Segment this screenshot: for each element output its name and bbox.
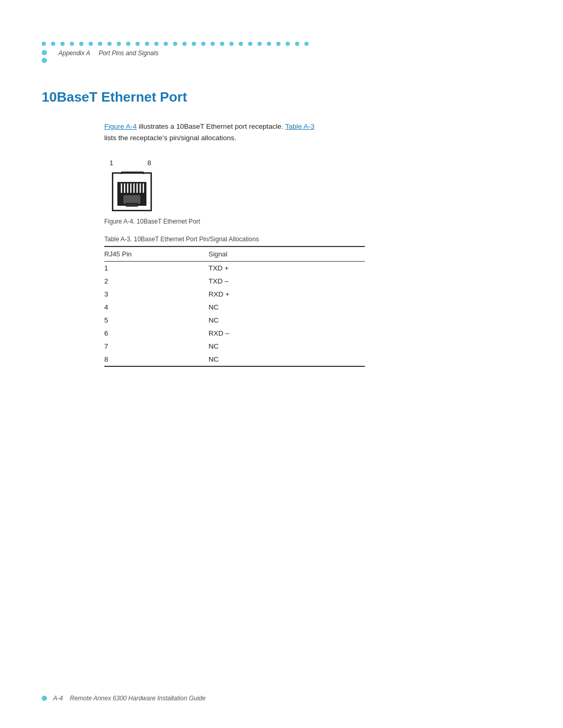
- table-row: 6 RXD –: [104, 327, 365, 340]
- pin-signal: NC: [209, 340, 365, 353]
- dot-23: [248, 42, 252, 46]
- pin-number: 7: [104, 340, 209, 353]
- breadcrumb-dot-top: [42, 50, 47, 55]
- dot-5: [79, 42, 83, 46]
- dot-3: [60, 42, 65, 46]
- dot-17: [192, 42, 196, 46]
- dot-16: [182, 42, 187, 46]
- dot-21: [229, 42, 234, 46]
- pin-signal: TXD –: [209, 275, 365, 288]
- dot-13: [154, 42, 158, 46]
- table-header: RJ45 Pin Signal: [104, 246, 365, 262]
- table-row: 4 NC: [104, 301, 365, 314]
- dot-14: [164, 42, 168, 46]
- svg-rect-10: [123, 195, 141, 204]
- port-number-labels: 1 8: [109, 159, 151, 167]
- breadcrumb: Appendix A Port Pins and Signals: [58, 50, 158, 57]
- table-body: 1 TXD + 2 TXD – 3 RXD + 4 NC: [104, 262, 365, 367]
- pin-number: 5: [104, 314, 209, 327]
- breadcrumb-dot-bottom: [42, 58, 47, 63]
- table-row: 2 TXD –: [104, 275, 365, 288]
- table-row: 7 NC: [104, 340, 365, 353]
- footer-text: A-4 Remote Annex 6300 Hardware Installat…: [53, 695, 205, 702]
- dot-1: [42, 42, 46, 46]
- dot-20: [220, 42, 224, 46]
- dot-10: [126, 42, 130, 46]
- rj45-port-diagram: [108, 168, 161, 215]
- dot-18: [201, 42, 205, 46]
- dot-9: [117, 42, 121, 46]
- dot-22: [239, 42, 243, 46]
- table-container: Table A-3. 10BaseT Ethernet Port Pin/Sig…: [104, 236, 521, 367]
- footer-dot: [42, 696, 47, 701]
- pin-number: 8: [104, 353, 209, 366]
- figure-caption: Figure A-4. 10BaseT Ethernet Port: [104, 218, 521, 225]
- dot-2: [51, 42, 55, 46]
- dot-19: [211, 42, 215, 46]
- top-dots-section: Appendix A Port Pins and Signals: [0, 0, 563, 63]
- pin-signal-table: RJ45 Pin Signal 1 TXD + 2 TXD – 3: [104, 246, 365, 367]
- pin-signal: NC: [209, 301, 365, 314]
- pin-number: 3: [104, 288, 209, 301]
- pin-number: 2: [104, 275, 209, 288]
- pin-number: 4: [104, 301, 209, 314]
- figure-area: 1 8: [104, 159, 521, 225]
- col-header-pin: RJ45 Pin: [104, 246, 209, 262]
- table-row: 8 NC: [104, 353, 365, 366]
- dot-7: [98, 42, 102, 46]
- port-label-8: 8: [148, 159, 151, 167]
- dot-26: [276, 42, 280, 46]
- svg-rect-11: [126, 203, 138, 206]
- dot-25: [267, 42, 271, 46]
- pin-number: 1: [104, 262, 209, 275]
- table-row: 5 NC: [104, 314, 365, 327]
- body-paragraph: Figure A-4 illustrates a 10BaseT Etherne…: [104, 121, 521, 143]
- dot-8: [107, 42, 112, 46]
- dot-28: [295, 42, 299, 46]
- page-container: Appendix A Port Pins and Signals 10BaseT…: [0, 0, 563, 728]
- port-label-1: 1: [109, 159, 113, 167]
- figure-link[interactable]: Figure A-4: [104, 122, 137, 130]
- section-title: 10BaseT Ethernet Port: [42, 89, 521, 105]
- col-header-signal: Signal: [209, 246, 365, 262]
- dot-15: [173, 42, 177, 46]
- table-caption: Table A-3. 10BaseT Ethernet Port Pin/Sig…: [104, 236, 521, 243]
- pin-signal: RXD –: [209, 327, 365, 340]
- pin-signal: TXD +: [209, 262, 365, 275]
- table-row: 3 RXD +: [104, 288, 365, 301]
- table-row: 1 TXD +: [104, 262, 365, 275]
- footer: A-4 Remote Annex 6300 Hardware Installat…: [0, 695, 563, 702]
- decorative-dots-row: [42, 42, 521, 46]
- dot-27: [286, 42, 290, 46]
- pin-signal: NC: [209, 314, 365, 327]
- pin-signal: NC: [209, 353, 365, 366]
- dot-24: [258, 42, 262, 46]
- table-link[interactable]: Table A-3: [285, 122, 314, 130]
- pin-signal: RXD +: [209, 288, 365, 301]
- pin-number: 6: [104, 327, 209, 340]
- dot-29: [304, 42, 309, 46]
- dot-12: [145, 42, 149, 46]
- dot-4: [70, 42, 74, 46]
- dot-6: [89, 42, 93, 46]
- dot-11: [136, 42, 140, 46]
- table-header-row: RJ45 Pin Signal: [104, 246, 365, 262]
- main-content: 10BaseT Ethernet Port Figure A-4 illustr…: [0, 63, 563, 409]
